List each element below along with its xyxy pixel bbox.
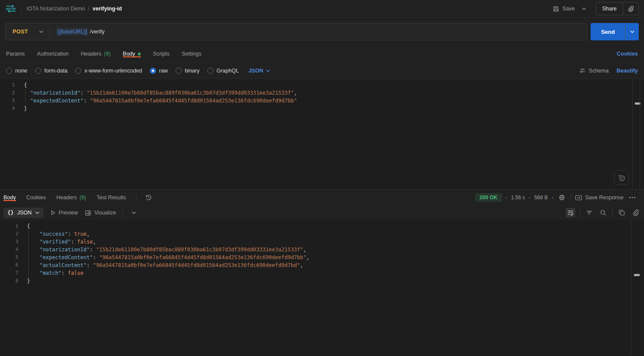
token-key: "notarizationId" [30, 90, 80, 96]
play-icon [50, 210, 56, 215]
visualize-label: Visualize [94, 210, 116, 216]
tab-label: Body [3, 194, 16, 201]
method-label: POST [13, 29, 28, 35]
image-icon [85, 210, 91, 216]
tab-headers[interactable]: Headers(9) [81, 51, 111, 57]
send-button-group: Send [591, 23, 639, 40]
line-number: 2 [0, 230, 18, 238]
meta-dot [506, 197, 507, 198]
raw-language-selector[interactable]: JSON [249, 68, 270, 74]
save-icon [553, 6, 559, 12]
wrap-lines-button[interactable] [566, 208, 575, 218]
preview-label: Preview [59, 210, 78, 216]
tab-params[interactable]: Params [6, 51, 25, 57]
request-scrollbar-handle[interactable] [635, 102, 641, 105]
copy-link-button[interactable] [623, 3, 638, 15]
visualize-button[interactable]: Visualize [85, 210, 116, 216]
token-key: "success" [40, 231, 68, 237]
postbot-button[interactable] [614, 170, 629, 185]
line-number: 2 [0, 89, 15, 97]
tab-label: Authorization [37, 51, 69, 57]
view-options-chevron[interactable] [130, 210, 137, 215]
response-controls-row: {} JSON Preview Visualize [0, 205, 644, 220]
tab-scripts[interactable]: Scripts [153, 51, 169, 57]
code-line: 1{ [0, 222, 644, 230]
cookies-link[interactable]: Cookies [617, 51, 638, 57]
save-options-chevron[interactable] [579, 6, 589, 12]
body-type-raw[interactable]: raw [150, 68, 168, 74]
copy-response-link-button[interactable] [631, 208, 641, 218]
body-type-graphql[interactable]: GraphQL [207, 68, 239, 74]
code-line: 6 "actualContent": "96a5447815a0bf0e7efa… [0, 261, 644, 269]
response-format-label: JSON [17, 210, 31, 216]
tab-test-results[interactable]: Test Results [96, 194, 126, 201]
save-button[interactable]: Save [553, 6, 575, 12]
token-punc: } [27, 278, 30, 284]
code-content: "notarizationId": "15b21de61100e7b80df85… [24, 89, 297, 97]
share-button[interactable]: Share [596, 3, 623, 15]
send-options-chevron[interactable] [626, 23, 639, 40]
token-punc: { [24, 82, 27, 88]
meta-dot [529, 197, 530, 198]
breadcrumb-collection[interactable]: IOTA Notarization Demo [27, 6, 85, 12]
tab-body[interactable]: Body [3, 194, 16, 201]
token-key: "verified" [40, 239, 71, 245]
unsaved-changes-dot [138, 53, 141, 56]
tab-label: Test Results [96, 194, 126, 201]
send-button[interactable]: Send [591, 23, 625, 40]
beautify-button[interactable]: Beautify [617, 68, 638, 74]
request-url-row: POST {{baseURL}} /verify Send [0, 18, 644, 46]
svg-text:HTTP: HTTP [6, 7, 16, 11]
search-button[interactable] [598, 208, 608, 218]
body-type-none[interactable]: none [6, 68, 27, 74]
code-content: { [24, 81, 27, 89]
body-type-binary[interactable]: binary [176, 68, 199, 74]
save-response-button[interactable]: Save Response [575, 194, 624, 201]
indent-guide [25, 89, 26, 97]
tab-settings[interactable]: Settings [182, 51, 201, 57]
tab-label: Settings [182, 51, 201, 57]
request-body-editor[interactable]: 1{2 "notarizationId": "15b21de61100e7b80… [0, 79, 644, 189]
url-input[interactable]: {{baseURL}} /verify [50, 28, 587, 36]
response-more-actions-button[interactable] [627, 195, 637, 200]
link-icon [632, 209, 639, 216]
copy-response-button[interactable] [617, 208, 627, 218]
response-code-lines: 1{2 "success": true,3 "verified": false,… [0, 222, 644, 285]
radio-label: binary [185, 68, 199, 74]
tab-body[interactable]: Body [123, 51, 141, 57]
radio-icon [207, 68, 213, 74]
body-type-form-data[interactable]: form-data [35, 68, 68, 74]
body-type-x-www-form-urlencoded[interactable]: x-www-form-urlencoded [75, 68, 142, 74]
code-content: "match": false [27, 269, 83, 277]
response-body-editor[interactable]: 1{2 "success": true,3 "verified": false,… [0, 220, 644, 356]
token-punc: : [90, 247, 96, 253]
radio-icon [75, 68, 81, 74]
tab-headers[interactable]: Headers(8) [56, 194, 86, 201]
method-selector[interactable]: POST [6, 29, 50, 35]
request-tabs-row: ParamsAuthorizationHeaders(9)BodyScripts… [0, 46, 644, 63]
tab-cookies[interactable]: Cookies [27, 194, 46, 201]
status-badge: 200 OK [475, 193, 501, 202]
paperclip-icon [627, 6, 634, 12]
breadcrumb-request-name: verifying-id [93, 6, 122, 12]
token-punc: , [300, 262, 303, 268]
token-str: "96a5447815a0bf0e7efa66845f4d45fd8d01564… [90, 98, 297, 104]
sliders-icon [579, 67, 586, 74]
response-history-button[interactable] [144, 193, 153, 202]
filter-button[interactable] [584, 208, 594, 218]
body-type-radios: noneform-datax-www-form-urlencodedrawbin… [6, 68, 239, 74]
response-scrollbar-handle[interactable] [634, 274, 640, 276]
token-punc: : [68, 231, 74, 237]
code-line: 3 "expectedContent": "96a5447815a0bf0e7e… [0, 97, 644, 105]
line-number: 5 [0, 254, 18, 261]
token-punc: } [24, 105, 27, 112]
network-info-button[interactable] [557, 193, 567, 202]
indent-guide [25, 97, 26, 105]
code-line: 5 "expectedContent": "96a5447815a0bf0e7e… [0, 254, 644, 261]
schema-label: Schema [589, 68, 609, 74]
preview-button[interactable]: Preview [50, 210, 78, 216]
tab-authorization[interactable]: Authorization [37, 51, 69, 57]
response-format-selector[interactable]: {} JSON [3, 208, 43, 218]
schema-button[interactable]: Schema [579, 67, 609, 74]
radio-label: x-www-form-urlencoded [84, 68, 142, 74]
